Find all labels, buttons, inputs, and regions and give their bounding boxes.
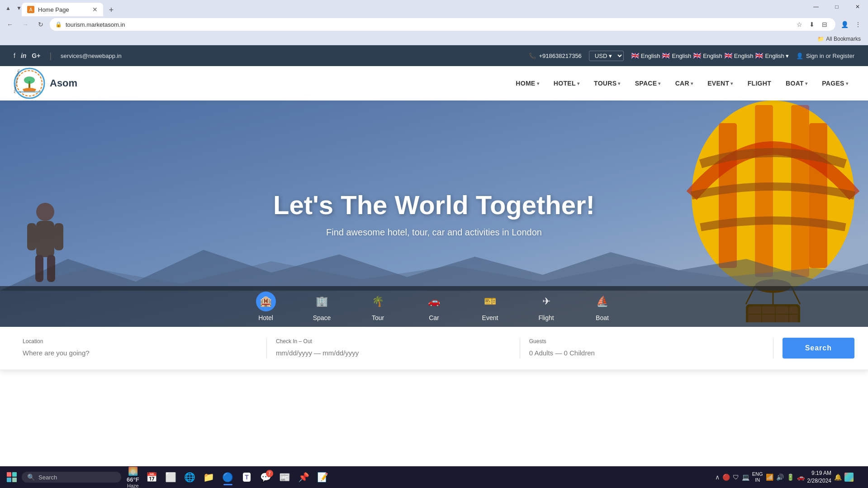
taskbar-whatsapp[interactable]: 💬 7 — [257, 468, 275, 486]
website-content: f in G+ | services@newebapp.in 📞 +918638… — [0, 45, 868, 488]
bookmarks-item[interactable]: 📁 All Bookmarks — [814, 35, 864, 43]
tray-chrome[interactable]: 🔴 — [722, 474, 730, 481]
top-bar: f in G+ | services@newebapp.in 📞 +918638… — [0, 45, 868, 66]
taskbar-explorer[interactable]: 📁 — [200, 468, 218, 486]
nav-space[interactable]: SPACE ▾ — [629, 76, 667, 91]
forward-button[interactable]: → — [19, 18, 32, 31]
category-hotel[interactable]: 🏨 Hotel — [238, 286, 294, 327]
taskbar-edge[interactable]: 🌐 — [181, 468, 199, 486]
profile-button[interactable]: 👤 — [838, 18, 851, 31]
car-tray-icon[interactable]: 🚗 — [797, 474, 805, 481]
bookmark-icon-btn[interactable]: ☆ — [794, 19, 805, 30]
network-icon[interactable]: 📶 — [766, 474, 773, 481]
color-widget[interactable] — [844, 473, 854, 482]
start-button[interactable] — [3, 468, 21, 486]
volume-icon[interactable]: 🔊 — [776, 474, 784, 481]
taskbar-sticky[interactable]: 📌 — [295, 468, 313, 486]
nav-car[interactable]: CAR ▾ — [669, 76, 700, 91]
logo[interactable]: ASOM ASSAM TRAVEL Asom — [14, 67, 77, 99]
close-button[interactable]: ✕ — [847, 0, 868, 14]
category-flight[interactable]: ✈ Flight — [518, 286, 574, 327]
location-input[interactable] — [23, 347, 257, 359]
search-bar: Location Check In – Out Guests Search — [0, 327, 868, 370]
download-icon-btn[interactable]: ⬇ — [806, 19, 817, 30]
pages-chevron: ▾ — [846, 81, 848, 86]
nav-pages[interactable]: PAGES ▾ — [816, 76, 854, 91]
nav-hotel[interactable]: HOTEL ▾ — [547, 76, 586, 91]
svg-rect-22 — [36, 221, 54, 257]
checkin-label: Check In – Out — [276, 338, 511, 344]
guests-field: Guests — [520, 338, 773, 359]
hotel-icon-circle: 🏨 — [256, 292, 276, 311]
tab-favicon: A — [27, 6, 34, 13]
svg-point-21 — [36, 203, 54, 221]
system-tray: ∧ 🔴 🛡 💻 ENG IN 📶 🔊 🔋 🚗 9:19 AM 2/28/2024 — [715, 468, 865, 486]
taskbar-app-misc[interactable]: 📰 — [276, 468, 294, 486]
search-button[interactable]: Search — [783, 338, 854, 359]
category-event[interactable]: 🎫 Event — [462, 286, 518, 327]
language-item-1[interactable]: 🇬🇧 English — [631, 52, 660, 60]
topbar-email[interactable]: services@newebapp.in — [61, 53, 122, 59]
guests-label: Guests — [529, 338, 764, 344]
flight-icon: ✈ — [536, 292, 556, 311]
topbar-phone[interactable]: 📞 +918638217356 — [529, 53, 581, 59]
explorer-icon: 📁 — [203, 472, 214, 483]
taskbar-chrome[interactable]: 🔵 — [219, 468, 237, 486]
notification-bell[interactable]: 🔔 — [834, 474, 842, 481]
taskbar-notepad[interactable]: 📝 — [314, 468, 332, 486]
nav-event[interactable]: EVENT ▾ — [701, 76, 740, 91]
googleplus-icon[interactable]: G+ — [32, 52, 40, 59]
taskbar-clock[interactable]: 9:19 AM 2/28/2024 — [807, 469, 831, 485]
tab-history-button[interactable]: ▼ — [14, 4, 24, 13]
space-chevron: ▾ — [658, 81, 660, 86]
taskbar-teams[interactable]: T — [238, 468, 256, 486]
weather-widget[interactable]: 🌅 66°F Haze — [124, 465, 142, 488]
language-item-5[interactable]: 🇬🇧 English ▾ — [755, 52, 789, 60]
currency-selector[interactable]: USD ▾ — [589, 51, 624, 61]
new-tab-button[interactable]: + — [105, 4, 118, 16]
category-space[interactable]: 🏢 Space — [294, 286, 350, 327]
nav-home[interactable]: HOME ▾ — [509, 76, 545, 91]
category-car[interactable]: 🚗 Car — [406, 286, 462, 327]
taskbar-search[interactable]: 🔍 Search — [22, 472, 121, 483]
category-tour[interactable]: 🌴 Tour — [350, 286, 406, 327]
svg-point-3 — [24, 77, 35, 84]
language-item-3[interactable]: 🇬🇧 English — [693, 52, 722, 60]
tray-icon-2[interactable]: 💻 — [742, 474, 749, 481]
facebook-icon[interactable]: f — [14, 52, 15, 59]
tab-close-button[interactable]: ✕ — [92, 6, 98, 13]
minimize-button[interactable]: — — [806, 0, 826, 14]
back-button[interactable]: ← — [4, 18, 16, 31]
nav-boat[interactable]: BOAT ▾ — [779, 76, 814, 91]
hero-subtitle: Find awesome hotel, tour, car and activi… — [273, 227, 595, 238]
address-bar[interactable]: 🔒 tourism.marketasom.in ☆ ⬇ ⊟ — [50, 18, 835, 31]
taskbar-widgets[interactable]: 📅 — [143, 468, 161, 486]
maximize-button[interactable]: □ — [826, 0, 847, 14]
car-chevron: ▾ — [691, 81, 693, 86]
signin-link[interactable]: 👤 Sign in or Register — [796, 53, 854, 59]
whatsapp-badge: 7 — [266, 470, 273, 477]
show-desktop-button[interactable] — [856, 468, 862, 486]
checkin-input[interactable] — [276, 347, 511, 359]
language-indicator[interactable]: ENG IN — [752, 471, 763, 483]
svg-rect-24 — [54, 223, 63, 250]
browser-menu-button[interactable]: ⋮ — [852, 18, 864, 31]
battery-icon[interactable]: 🔋 — [787, 474, 794, 481]
tab-back-button[interactable]: ▲ — [4, 4, 13, 13]
notepad-icon: 📝 — [317, 472, 328, 483]
reload-button[interactable]: ↻ — [34, 18, 47, 31]
lock-icon: 🔒 — [55, 21, 62, 28]
tray-icon-1[interactable]: 🛡 — [733, 474, 739, 481]
browser-tab-home[interactable]: A Home Page ✕ — [22, 3, 103, 16]
taskbar-taskview[interactable]: ⬜ — [162, 468, 180, 486]
linkedin-icon[interactable]: in — [21, 52, 26, 59]
flag-2: 🇬🇧 — [662, 52, 670, 60]
sidebar-icon-btn[interactable]: ⊟ — [819, 19, 830, 30]
show-hidden-icon[interactable]: ∧ — [715, 474, 720, 481]
guests-input[interactable] — [529, 347, 764, 359]
nav-flight[interactable]: FLIGHT — [741, 76, 778, 91]
category-boat[interactable]: ⛵ Boat — [574, 286, 631, 327]
nav-tours[interactable]: TOURS ▾ — [588, 76, 627, 91]
language-item-4[interactable]: 🇬🇧 English — [724, 52, 754, 60]
language-item-2[interactable]: 🇬🇧 English — [662, 52, 691, 60]
